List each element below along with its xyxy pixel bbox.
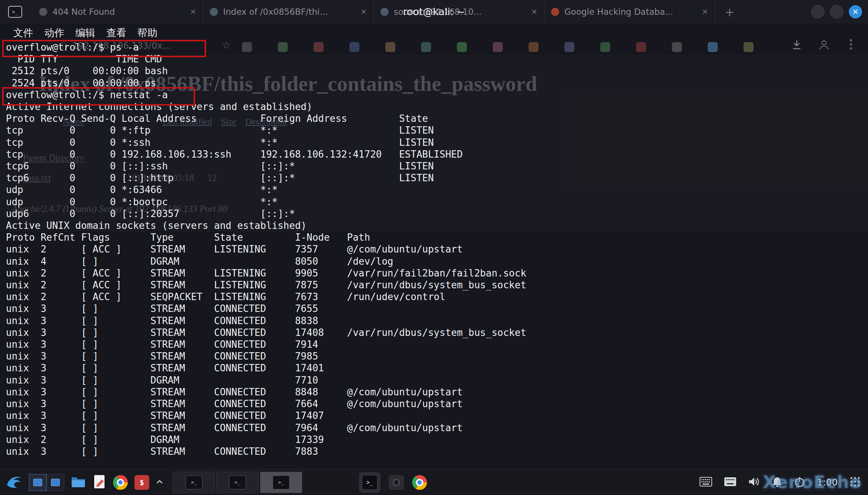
- terminal-app-highlight[interactable]: >_: [359, 472, 380, 493]
- text-editor-icon[interactable]: [92, 474, 106, 491]
- window-controls: ✕: [811, 5, 862, 18]
- annotation-box-ps-command: [2, 40, 206, 57]
- terminal-window[interactable]: >_ root@kali: ~ ✕ 文件 动作 编辑 查看 帮助 overflo…: [0, 0, 868, 469]
- workspace-1[interactable]: [29, 474, 47, 491]
- window-button[interactable]: >_: [216, 472, 259, 493]
- keyboard-icon[interactable]: [700, 477, 712, 488]
- terminal-thumbnail-icon: >_: [273, 475, 290, 489]
- open-app-icons: >_: [359, 472, 427, 493]
- taskbar: $ >_ >_ >_ >_: [0, 469, 868, 495]
- chrome-icon[interactable]: [113, 475, 128, 490]
- annotation-box-netstat-command: [2, 87, 195, 106]
- close-button[interactable]: ✕: [849, 5, 862, 18]
- minimize-button[interactable]: [811, 5, 824, 18]
- taskbar-launchers: $: [6, 474, 163, 491]
- chrome-window-icon[interactable]: [412, 475, 427, 490]
- menu-item[interactable]: 编辑: [75, 26, 95, 39]
- menu-item[interactable]: 帮助: [137, 26, 157, 39]
- file-manager-icon[interactable]: [71, 475, 86, 489]
- input-method-icon[interactable]: [724, 477, 737, 488]
- kali-menu-icon[interactable]: [6, 474, 22, 491]
- terminal-thumbnail-icon: >_: [229, 475, 246, 489]
- workspace-window-icon: [33, 479, 42, 486]
- root-terminal-icon[interactable]: $: [134, 475, 149, 490]
- menu-item[interactable]: 查看: [106, 26, 126, 39]
- window-button-list: >_ >_ >_: [173, 472, 304, 493]
- terminal-title: root@kali: ~: [0, 6, 868, 17]
- menu-item[interactable]: 动作: [44, 26, 64, 39]
- screenshot-tool-icon[interactable]: [389, 475, 404, 490]
- screen: 404 Not Found ✕ Index of /0x0856BF/thi..…: [0, 0, 868, 495]
- volume-icon[interactable]: [748, 477, 760, 488]
- terminal-app-icon: >_: [362, 475, 377, 490]
- maximize-button[interactable]: [830, 5, 843, 18]
- workspace-2[interactable]: [47, 474, 64, 491]
- terminal-thumbnail-icon: >_: [185, 475, 202, 489]
- window-button-active[interactable]: >_: [260, 472, 302, 493]
- camera-lens-icon: [393, 479, 400, 486]
- watermark: XenoEcho: [763, 472, 862, 492]
- window-button[interactable]: >_: [173, 472, 215, 493]
- terminal-menubar: 文件 动作 编辑 查看 帮助: [0, 24, 157, 41]
- show-more-chevron-icon[interactable]: [156, 479, 163, 486]
- workspace-window-icon: [51, 479, 60, 486]
- menu-item[interactable]: 文件: [13, 26, 33, 39]
- workspace-switcher: [29, 474, 64, 491]
